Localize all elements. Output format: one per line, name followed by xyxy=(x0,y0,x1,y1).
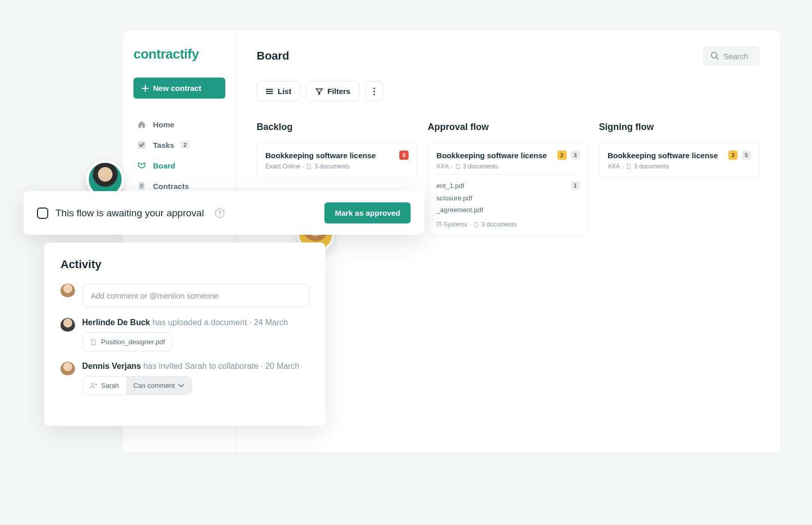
sidebar-item-label: Home xyxy=(153,120,175,129)
column-signing: Signing flow Bookkeeping software licens… xyxy=(599,122,760,243)
column-title: Approval flow xyxy=(428,122,588,133)
document-icon xyxy=(137,181,147,191)
search-placeholder: Search xyxy=(724,52,748,61)
approval-checkbox[interactable] xyxy=(37,208,48,219)
sidebar-item-home[interactable]: Home xyxy=(133,114,225,135)
file-icon xyxy=(626,163,632,170)
more-options-button[interactable] xyxy=(365,81,383,101)
svg-rect-0 xyxy=(138,141,145,148)
kebab-icon xyxy=(373,87,375,96)
activity-line: Herlinde De Buck has uploaded a document… xyxy=(82,318,309,327)
list-label: List xyxy=(278,87,292,96)
card-meta: AXA · 3 documents xyxy=(608,163,751,170)
approval-banner: This flow is awaiting your approval ? Ma… xyxy=(24,191,424,235)
help-icon[interactable]: ? xyxy=(215,209,224,218)
list-view-button[interactable]: List xyxy=(257,81,300,101)
avatar xyxy=(61,284,75,298)
board-card[interactable]: Bookkeeping software license 2 3 AXA · 3… xyxy=(428,143,588,236)
orange-badge: 3 xyxy=(728,151,738,160)
document-chip[interactable]: Position_designer.pdf xyxy=(82,332,172,351)
page-title: Board xyxy=(257,49,289,63)
file-icon xyxy=(473,221,479,228)
person-plus-icon xyxy=(90,382,97,389)
card-title: Bookkeeping software license xyxy=(608,151,718,160)
sidebar-item-label: Contracts xyxy=(153,182,189,191)
column-title: Signing flow xyxy=(599,122,760,133)
file-row[interactable]: _agreement.pdf xyxy=(436,204,579,216)
filter-icon xyxy=(315,87,323,96)
grey-badge: 5 xyxy=(742,151,751,160)
activity-line: Dennis Verjans has invited Sarah to coll… xyxy=(82,362,309,371)
board-card[interactable]: Bookkeeping software license 3 5 AXA · 3… xyxy=(599,143,760,178)
svg-point-4 xyxy=(711,52,717,58)
sidebar-item-board[interactable]: Board xyxy=(133,155,225,176)
collaborator-box: Sarah Can comment xyxy=(82,376,192,395)
comment-input[interactable]: Add comment or @mention someone xyxy=(82,284,309,308)
avatar xyxy=(61,362,75,376)
new-contract-button[interactable]: New contract xyxy=(133,78,225,99)
activity-panel: Activity Add comment or @mention someone… xyxy=(44,242,325,426)
sidebar-item-label: Board xyxy=(153,161,175,170)
home-icon xyxy=(137,119,147,129)
card-title: Bookkeeping software license xyxy=(265,151,376,160)
file-count-badge: 1 xyxy=(571,181,580,190)
file-icon xyxy=(455,163,461,170)
list-icon xyxy=(265,87,274,96)
file-row[interactable]: ent_1.pdf 1 xyxy=(436,179,579,192)
file-icon xyxy=(306,163,312,170)
toolbar: List Filters xyxy=(257,81,760,101)
filters-label: Filters xyxy=(327,87,351,96)
card-meta: Exact Online · 3 documents xyxy=(265,163,409,170)
approval-message: This flow is awaiting your approval xyxy=(55,208,204,219)
card-footer-meta: IT-Systems · 3 documents xyxy=(436,221,579,228)
search-input[interactable]: Search xyxy=(703,46,760,66)
activity-comment-row: Add comment or @mention someone xyxy=(61,284,309,308)
collaborator-name: Sarah xyxy=(83,377,126,395)
file-row[interactable]: sclosure.pdf xyxy=(436,192,579,204)
sidebar-item-tasks[interactable]: Tasks 2 xyxy=(133,135,225,155)
filters-button[interactable]: Filters xyxy=(306,81,359,101)
new-contract-label: New contract xyxy=(153,84,201,92)
tasks-count-badge: 2 xyxy=(180,141,189,149)
activity-title: Activity xyxy=(61,258,309,271)
brand-logo: contractify xyxy=(133,46,225,62)
file-list: ent_1.pdf 1 sclosure.pdf _agreement.pdf xyxy=(436,174,579,218)
sidebar-item-label: Tasks xyxy=(153,141,174,149)
activity-item: Dennis Verjans has invited Sarah to coll… xyxy=(61,362,309,395)
avatar xyxy=(61,318,75,332)
chevron-down-icon xyxy=(178,384,184,388)
activity-item: Herlinde De Buck has uploaded a document… xyxy=(61,318,309,351)
svg-point-6 xyxy=(373,90,375,92)
svg-point-5 xyxy=(373,87,375,89)
permission-dropdown[interactable]: Can comment xyxy=(126,377,191,395)
svg-point-7 xyxy=(373,93,375,95)
card-title: Bookkeeping software license xyxy=(436,151,547,160)
svg-point-8 xyxy=(91,383,94,385)
mark-approved-button[interactable]: Mark as approved xyxy=(324,202,411,223)
search-icon xyxy=(710,51,720,61)
orange-badge: 2 xyxy=(557,151,567,160)
grey-badge: 3 xyxy=(571,151,580,160)
board-icon xyxy=(137,160,147,171)
plus-icon xyxy=(142,85,149,92)
board-card[interactable]: Bookkeeping software license 5 Exact Onl… xyxy=(257,143,417,178)
card-meta: AXA · 3 documents xyxy=(436,163,579,170)
column-approval: Approval flow Bookkeeping software licen… xyxy=(428,122,588,243)
main-header: Board Search xyxy=(257,46,760,66)
column-title: Backlog xyxy=(257,122,417,133)
red-badge: 5 xyxy=(399,151,409,160)
file-icon xyxy=(90,339,97,346)
check-icon xyxy=(137,140,147,150)
